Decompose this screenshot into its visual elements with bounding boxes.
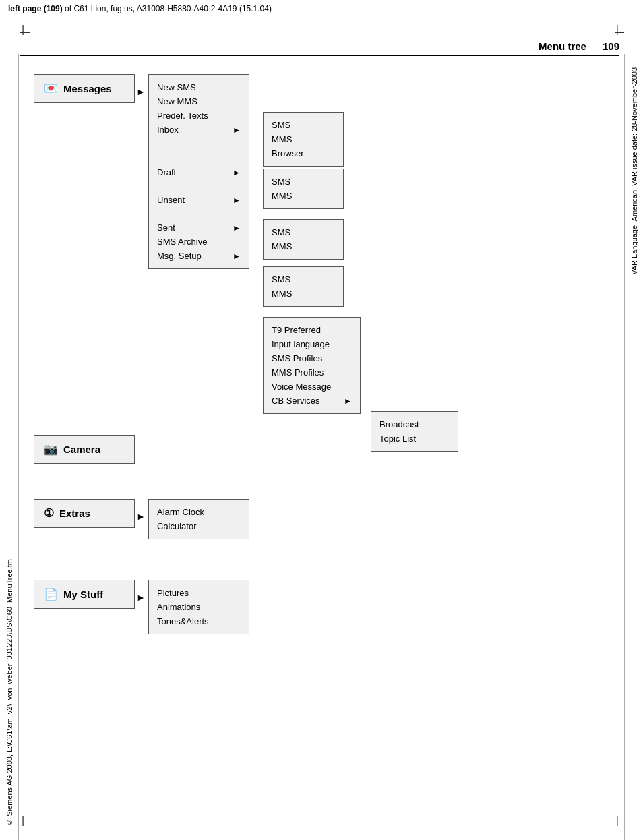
- topic-list-label: Topic List: [379, 433, 416, 444]
- topic-list-item: Topic List: [379, 431, 450, 446]
- messages-submenu: New SMS New MMS Predef. Texts Inbox ► Dr…: [148, 74, 249, 269]
- msg-setup-label: Msg. Setup: [157, 251, 202, 261]
- draft-mms: MMS: [272, 189, 335, 203]
- unsent-mms: MMS: [272, 239, 335, 253]
- menu-tree-label: Menu tree: [539, 40, 586, 52]
- unsent-label: Unsent: [157, 195, 185, 205]
- page-number: 109: [603, 40, 619, 52]
- bottom-right-line: [615, 816, 624, 816]
- unsent-submenu: SMS MMS: [263, 219, 344, 260]
- messages-arrow: ►: [136, 86, 146, 97]
- extras-label: ① Extras: [34, 499, 135, 528]
- sms-archive-item: SMS Archive: [157, 235, 241, 249]
- draft-arrow: ►: [233, 168, 241, 177]
- messages-text: Messages: [63, 83, 112, 94]
- mystuff-text: My Stuff: [63, 589, 103, 600]
- tones-alerts-item: Tones&Alerts: [157, 614, 241, 628]
- extras-text: Extras: [59, 508, 90, 519]
- unsent-sms: SMS: [272, 225, 335, 239]
- new-sms-item: New SMS: [157, 80, 241, 94]
- extras-arrow: ►: [136, 511, 146, 522]
- sms-profiles: SMS Profiles: [272, 351, 352, 365]
- msgsetup-submenu: T9 Preferred Input language SMS Profiles…: [263, 317, 361, 414]
- extras-submenu: Alarm Clock Calculator: [148, 499, 249, 539]
- new-mms-label: New MMS: [157, 96, 197, 107]
- inbox-arrow: ►: [233, 125, 241, 135]
- sent-mms: MMS: [272, 287, 335, 301]
- msg-setup-item: Msg. Setup ►: [157, 249, 241, 263]
- messages-icon: 💌: [44, 82, 58, 96]
- pictures-item: Pictures: [157, 586, 241, 600]
- draft-label: Draft: [157, 167, 176, 177]
- camera-text: Camera: [63, 444, 100, 455]
- mystuff-arrow: ►: [136, 592, 146, 603]
- unsent-arrow: ►: [233, 196, 241, 205]
- menu-diagram: 💌 Messages ► New SMS New MMS Predef. Tex…: [34, 67, 616, 820]
- sent-sms: SMS: [272, 272, 335, 287]
- draft-sms: SMS: [272, 175, 335, 189]
- inbox-item: Inbox ►: [157, 123, 241, 137]
- messages-section: 💌 Messages ► New SMS New MMS Predef. Tex…: [34, 74, 135, 103]
- cbservices-submenu: Broadcast Topic List: [371, 411, 458, 452]
- predef-texts-item: Predef. Texts: [157, 109, 241, 123]
- header-bold: left page (109): [8, 4, 63, 13]
- bottom-left-line: [20, 816, 30, 816]
- broadcast-label: Broadcast: [379, 419, 419, 429]
- top-right-line: [615, 32, 624, 33]
- mms-profiles: MMS Profiles: [272, 365, 352, 380]
- input-language: Input language: [272, 337, 352, 351]
- inbox-sms: SMS: [272, 118, 335, 132]
- header-rest: of C61 Lion, fug us, A31008-H5880-A40-2-…: [63, 4, 272, 13]
- mystuff-submenu: Pictures Animations Tones&Alerts: [148, 580, 249, 634]
- extras-section: ① Extras ► Alarm Clock Calculator: [34, 499, 135, 528]
- calculator-item: Calculator: [157, 519, 241, 533]
- draft-item: Draft ►: [157, 165, 241, 179]
- broadcast-item: Broadcast: [379, 417, 450, 431]
- cb-services-arrow: ►: [344, 396, 352, 406]
- messages-label: 💌 Messages: [34, 74, 135, 103]
- inbox-mms: MMS: [272, 132, 335, 146]
- new-sms-label: New SMS: [157, 82, 196, 92]
- cb-services: CB Services ►: [272, 394, 352, 408]
- sms-archive-label: SMS Archive: [157, 237, 207, 247]
- sent-arrow: ►: [233, 223, 241, 233]
- copyright-text: © Siemens AG 2003, L:\C61\am_v2\_von_web…: [5, 559, 13, 827]
- t9-preferred: T9 Preferred: [272, 323, 352, 337]
- inbox-browser: Browser: [272, 146, 335, 160]
- mystuff-section: 📄 My Stuff ► Pictures Animations Tones&A…: [34, 580, 135, 609]
- camera-section: 📷 Camera: [34, 435, 135, 464]
- alarm-clock-item: Alarm Clock: [157, 505, 241, 519]
- camera-icon: 📷: [44, 442, 58, 456]
- side-text-right: VAR Language: American; VAR issue date: …: [624, 54, 643, 840]
- sent-item: Sent ►: [157, 220, 241, 235]
- voice-message: Voice Message: [272, 380, 352, 394]
- top-left-corner: |: [22, 24, 24, 36]
- camera-label: 📷 Camera: [34, 435, 135, 464]
- mystuff-icon: 📄: [44, 587, 58, 601]
- top-left-line: [20, 32, 30, 33]
- top-right-corner: |: [616, 24, 619, 36]
- page-header: Menu tree 109: [20, 40, 619, 56]
- animations-item: Animations: [157, 600, 241, 614]
- side-text-left: © Siemens AG 2003, L:\C61\am_v2\_von_web…: [0, 54, 19, 840]
- var-language-text: VAR Language: American; VAR issue date: …: [630, 67, 638, 275]
- mystuff-label: 📄 My Stuff: [34, 580, 135, 609]
- inbox-label: Inbox: [157, 125, 179, 135]
- unsent-item: Unsent ►: [157, 193, 241, 207]
- new-mms-item: New MMS: [157, 94, 241, 109]
- top-header: left page (109) of C61 Lion, fug us, A31…: [0, 0, 643, 18]
- inbox-submenu: SMS MMS Browser: [263, 112, 344, 167]
- main-content: 💌 Messages ► New SMS New MMS Predef. Tex…: [34, 67, 616, 820]
- extras-icon: ①: [44, 506, 54, 520]
- predef-texts-label: Predef. Texts: [157, 111, 208, 121]
- sent-label: Sent: [157, 222, 175, 233]
- msg-setup-arrow: ►: [233, 251, 241, 261]
- draft-submenu: SMS MMS: [263, 169, 344, 209]
- sent-submenu: SMS MMS: [263, 266, 344, 307]
